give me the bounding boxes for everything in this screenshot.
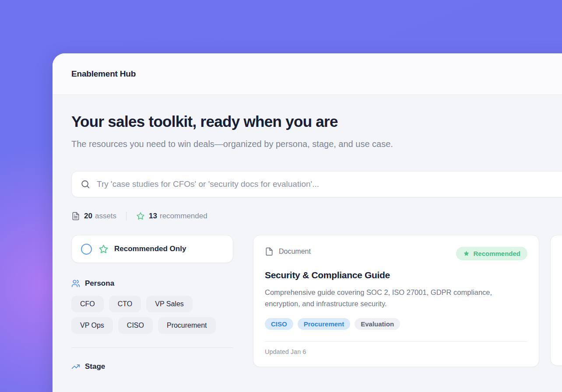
search-icon [81, 179, 90, 189]
persona-chip-cfo[interactable]: CFO [71, 296, 104, 312]
persona-chip-cto[interactable]: CTO [109, 296, 141, 312]
card-type-row: Document Recommended [265, 247, 527, 260]
app-title: Enablement Hub [71, 69, 136, 79]
page-subtitle: The resources you need to win deals—orga… [71, 136, 408, 152]
tag-procurement: Procurement [298, 318, 351, 330]
stage-title: Stage [85, 362, 105, 371]
persona-section: Persona CFO CTO VP Sales VP Ops CISO Pro… [71, 279, 233, 334]
card-tags: CISO Procurement Evaluation [265, 318, 527, 330]
stage-header: Stage [71, 362, 233, 371]
filters-sidebar: Recommended Only Persona CFO CTO VP Sale… [71, 235, 233, 371]
document-icon [71, 212, 80, 220]
card-type: Document [265, 247, 311, 256]
page-title: Your sales toolkit, ready when you are [71, 113, 562, 130]
cards-row: Document Recommended Security & Complian… [253, 235, 562, 367]
file-icon [265, 247, 274, 256]
star-filled-icon [463, 250, 470, 257]
tag-evaluation: Evaluation [355, 318, 400, 330]
stage-section: Stage [71, 362, 233, 371]
recommended-only-label: Recommended Only [114, 245, 186, 253]
star-icon [136, 212, 145, 220]
persona-chip-ciso[interactable]: CISO [118, 317, 153, 334]
search-bar[interactable] [71, 171, 562, 197]
assets-label: assets [95, 212, 116, 220]
tag-ciso: CISO [265, 318, 293, 330]
panel-main: Your sales toolkit, ready when you are T… [53, 95, 562, 371]
recommended-count: 13 [149, 212, 157, 220]
star-icon [98, 244, 109, 254]
card-updated-date: Updated Jan 6 [265, 348, 527, 355]
asset-card-security-compliance-guide[interactable]: Document Recommended Security & Complian… [253, 235, 539, 367]
sidebar-divider [71, 347, 233, 348]
panel-header: Enablement Hub [53, 53, 562, 95]
card-title: Security & Compliance Guide [265, 270, 527, 280]
card-description: Comprehensive guide covering SOC 2, ISO … [265, 287, 523, 309]
persona-chip-procurement[interactable]: Procurement [158, 317, 216, 334]
recommended-label: recommended [160, 212, 207, 220]
assets-count: 20 [84, 212, 92, 220]
badge-label: Recommended [473, 250, 520, 257]
recommended-only-toggle[interactable]: Recommended Only [71, 235, 233, 263]
persona-chips: CFO CTO VP Sales VP Ops CISO Procurement [71, 296, 233, 334]
stats-row: 20 assets 13 recommended [71, 212, 562, 220]
search-input[interactable] [97, 179, 562, 189]
trending-up-icon [71, 362, 80, 371]
stats-divider [126, 212, 126, 220]
persona-chip-vp-sales[interactable]: VP Sales [146, 296, 193, 312]
persona-header: Persona [71, 279, 233, 288]
radio-circle-icon[interactable] [81, 244, 92, 255]
card-type-label: Document [279, 248, 311, 256]
card-divider [265, 341, 527, 342]
content-row: Recommended Only Persona CFO CTO VP Sale… [71, 235, 562, 371]
recommended-badge: Recommended [456, 247, 527, 260]
persona-title: Persona [85, 279, 114, 288]
main-panel: Enablement Hub Your sales toolkit, ready… [53, 53, 562, 392]
persona-chip-vp-ops[interactable]: VP Ops [71, 317, 113, 334]
asset-card-partial[interactable] [550, 235, 562, 366]
users-icon [71, 279, 80, 288]
